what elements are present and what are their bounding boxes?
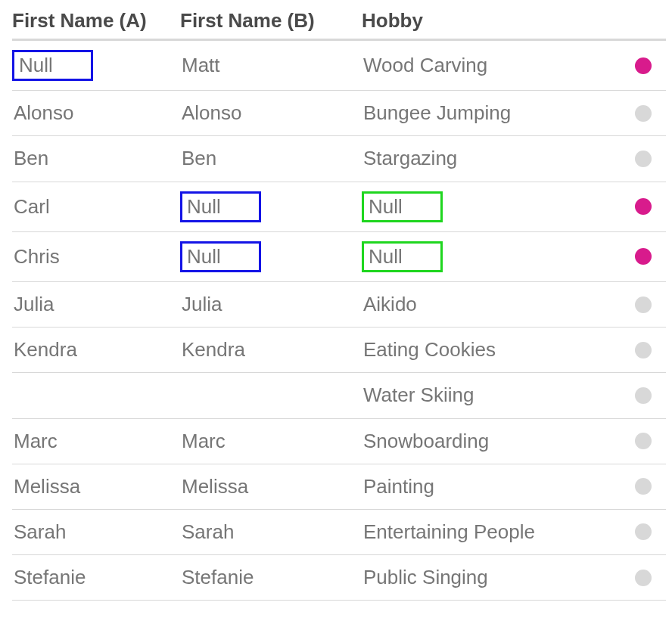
- cell-text: Sarah: [180, 519, 238, 545]
- status-dot-normal-icon: [635, 342, 652, 359]
- cell-text: Melissa: [12, 473, 85, 500]
- cell-first-name-b[interactable]: Marc: [180, 419, 362, 464]
- table-row: CarlNullNull: [12, 182, 666, 232]
- cell-indicator: [628, 469, 658, 504]
- cell-indicator: [628, 141, 658, 176]
- cell-text: Julia: [12, 291, 58, 318]
- status-dot-normal-icon: [635, 478, 652, 495]
- cell-hobby[interactable]: Aikido: [362, 282, 628, 327]
- table-row: SarahSarahEntertaining People: [12, 510, 666, 555]
- cell-text: Painting: [362, 473, 439, 500]
- cell-first-name-b[interactable]: Sarah: [180, 510, 362, 554]
- cell-hobby[interactable]: Null: [362, 182, 628, 231]
- cell-text: Melissa: [180, 473, 253, 500]
- cell-indicator: [628, 239, 658, 274]
- table-row: AlonsoAlonsoBungee Jumping: [12, 91, 666, 136]
- table-row: MelissaMelissaPainting: [12, 464, 666, 510]
- cell-first-name-b[interactable]: Stefanie: [180, 555, 362, 600]
- cell-text: Stefanie: [12, 564, 90, 591]
- cell-first-name-a[interactable]: Kendra: [12, 328, 180, 372]
- cell-text: Aikido: [362, 291, 422, 318]
- cell-first-name-a[interactable]: Carl: [12, 185, 180, 229]
- cell-hobby[interactable]: Wood Carving: [362, 43, 628, 88]
- cell-text: Matt: [180, 52, 225, 79]
- cell-hobby[interactable]: Painting: [362, 464, 628, 509]
- status-dot-normal-icon: [635, 433, 652, 449]
- cell-text: Public Singing: [362, 564, 493, 591]
- cell-hobby[interactable]: Null: [362, 232, 628, 281]
- cell-text: Chris: [12, 244, 64, 270]
- status-dot-normal-icon: [635, 296, 652, 313]
- status-dot-highlighted-icon: [635, 248, 652, 265]
- cell-first-name-a[interactable]: Ben: [12, 136, 180, 181]
- cell-first-name-a[interactable]: Sarah: [12, 510, 180, 554]
- cell-text: Alonso: [12, 100, 79, 126]
- cell-text: Null: [180, 241, 261, 272]
- column-header-first-name-b[interactable]: First Name (B): [180, 9, 362, 33]
- cell-first-name-a[interactable]: [12, 387, 180, 405]
- cell-first-name-b[interactable]: Kendra: [180, 328, 362, 372]
- cell-text: Kendra: [12, 337, 82, 363]
- cell-indicator: [628, 96, 658, 131]
- cell-first-name-a[interactable]: Marc: [12, 419, 180, 464]
- cell-text: Snowboarding: [362, 428, 493, 455]
- cell-text: Eating Cookies: [362, 337, 500, 363]
- cell-text: Null: [12, 50, 93, 81]
- column-header-first-name-a[interactable]: First Name (A): [12, 9, 180, 33]
- table-row: ChrisNullNull: [12, 232, 666, 282]
- cell-text: Kendra: [180, 337, 250, 363]
- status-dot-normal-icon: [635, 523, 652, 540]
- cell-indicator: [628, 424, 658, 458]
- cell-first-name-a[interactable]: Chris: [12, 234, 180, 279]
- cell-text: Entertaining People: [362, 519, 540, 545]
- cell-hobby[interactable]: Eating Cookies: [362, 328, 628, 372]
- cell-first-name-a[interactable]: Julia: [12, 282, 180, 327]
- cell-first-name-b[interactable]: Ben: [180, 136, 362, 181]
- cell-hobby[interactable]: Bungee Jumping: [362, 91, 628, 135]
- cell-indicator: [628, 560, 658, 595]
- column-header-indicator: [628, 9, 658, 33]
- table-body: NullMattWood CarvingAlonsoAlonsoBungee J…: [12, 41, 666, 601]
- cell-text: Stefanie: [180, 564, 258, 591]
- cell-first-name-b[interactable]: Matt: [180, 43, 362, 88]
- cell-first-name-b[interactable]: [180, 387, 362, 405]
- cell-first-name-b[interactable]: Null: [180, 182, 362, 231]
- table-row: StefanieStefaniePublic Singing: [12, 555, 666, 601]
- cell-first-name-a[interactable]: Alonso: [12, 91, 180, 135]
- cell-indicator: [628, 378, 658, 413]
- status-dot-highlighted-icon: [635, 57, 652, 74]
- cell-hobby[interactable]: Stargazing: [362, 136, 628, 181]
- cell-first-name-a[interactable]: Stefanie: [12, 555, 180, 600]
- cell-indicator: [628, 514, 658, 549]
- cell-hobby[interactable]: Water Skiing: [362, 373, 628, 418]
- cell-text: Null: [362, 191, 443, 222]
- cell-hobby[interactable]: Entertaining People: [362, 510, 628, 554]
- cell-text: Ben: [12, 145, 53, 172]
- cell-indicator: [628, 287, 658, 322]
- cell-first-name-a[interactable]: Null: [12, 41, 180, 90]
- cell-text: Alonso: [180, 100, 247, 126]
- cell-text: Ben: [180, 145, 221, 172]
- column-header-hobby[interactable]: Hobby: [362, 9, 628, 33]
- table-row: Water Skiing: [12, 373, 666, 418]
- cell-hobby[interactable]: Public Singing: [362, 555, 628, 600]
- cell-indicator: [628, 48, 658, 83]
- cell-text: Marc: [12, 428, 62, 455]
- cell-first-name-b[interactable]: Alonso: [180, 91, 362, 135]
- cell-text: Stargazing: [362, 145, 462, 172]
- cell-indicator: [628, 189, 658, 224]
- cell-text: Julia: [180, 291, 226, 318]
- cell-first-name-b[interactable]: Julia: [180, 282, 362, 327]
- cell-text: Marc: [180, 428, 230, 455]
- cell-first-name-b[interactable]: Null: [180, 232, 362, 281]
- cell-first-name-a[interactable]: Melissa: [12, 464, 180, 509]
- cell-hobby[interactable]: Snowboarding: [362, 419, 628, 464]
- cell-text: Water Skiing: [362, 382, 478, 408]
- status-dot-normal-icon: [635, 105, 652, 122]
- table-header-row: First Name (A) First Name (B) Hobby: [12, 9, 666, 41]
- cell-first-name-b[interactable]: Melissa: [180, 464, 362, 509]
- table-row: KendraKendraEating Cookies: [12, 328, 666, 373]
- cell-text: Sarah: [12, 519, 70, 545]
- table-row: JuliaJuliaAikido: [12, 282, 666, 328]
- table-row: NullMattWood Carving: [12, 41, 666, 91]
